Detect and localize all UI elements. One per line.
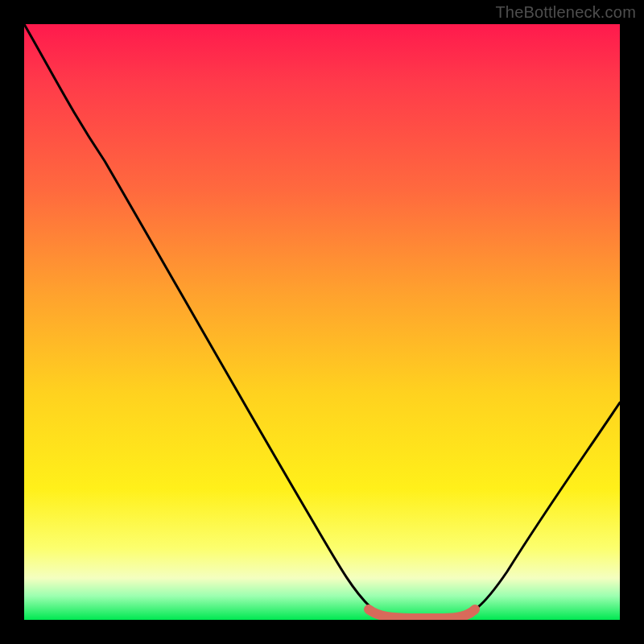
- chart-frame: TheBottleneck.com: [0, 0, 644, 644]
- curve-svg: [24, 24, 620, 620]
- optimal-range-marker: [369, 609, 475, 618]
- plot-area: [24, 24, 620, 620]
- watermark-text: TheBottleneck.com: [495, 3, 636, 22]
- bottleneck-curve: [24, 24, 620, 618]
